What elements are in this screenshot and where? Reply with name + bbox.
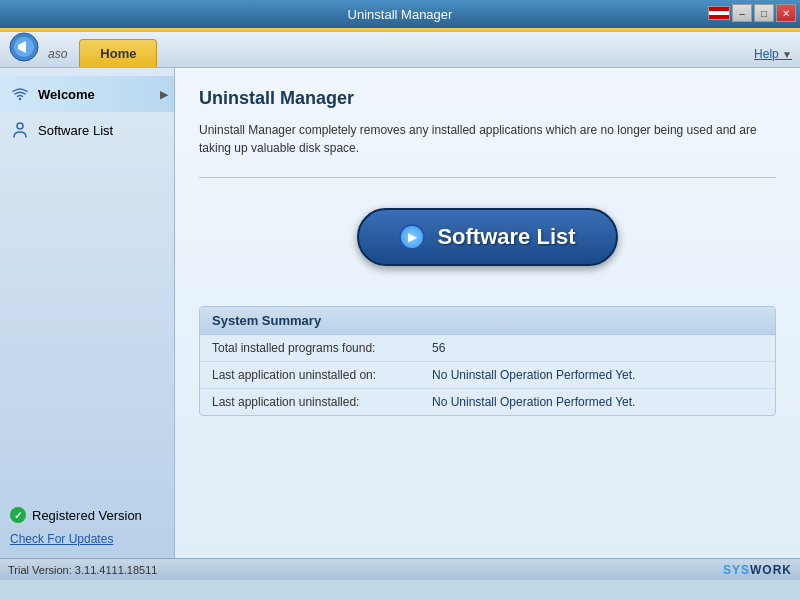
title-bar: Uninstall Manager – □ ✕ xyxy=(0,0,800,28)
summary-value-last-on: No Uninstall Operation Performed Yet. xyxy=(432,368,635,382)
sidebar-software-label: Software List xyxy=(38,123,113,138)
software-list-btn-wrapper: ▶ Software List xyxy=(199,208,776,266)
summary-value-total: 56 xyxy=(432,341,445,355)
svg-point-2 xyxy=(17,123,23,129)
system-summary-header: System Summary xyxy=(200,307,775,335)
close-button[interactable]: ✕ xyxy=(776,4,796,22)
software-list-button[interactable]: ▶ Software List xyxy=(357,208,617,266)
software-list-btn-text: Software List xyxy=(437,224,575,250)
main-layout: Welcome ▶ Software List ✓ Registered Ver… xyxy=(0,68,800,558)
summary-value-last-app: No Uninstall Operation Performed Yet. xyxy=(432,395,635,409)
sidebar: Welcome ▶ Software List ✓ Registered Ver… xyxy=(0,68,175,558)
sidebar-bottom: ✓ Registered Version Check For Updates xyxy=(0,495,174,558)
content-area: Uninstall Manager Uninstall Manager comp… xyxy=(175,68,800,558)
summary-label-last-on: Last application uninstalled on: xyxy=(212,368,432,382)
content-description: Uninstall Manager completely removes any… xyxy=(199,121,776,157)
summary-row-last-on: Last application uninstalled on: No Unin… xyxy=(200,362,775,389)
check-updates-link[interactable]: Check For Updates xyxy=(10,532,113,546)
window-controls: – □ ✕ xyxy=(708,4,796,22)
tab-bar: aso Home Help ▼ xyxy=(0,32,800,68)
app-logo xyxy=(8,31,40,63)
app-logo-icon xyxy=(8,31,40,63)
home-tab[interactable]: Home xyxy=(79,39,157,67)
username-label: aso xyxy=(44,47,79,67)
play-icon: ▶ xyxy=(399,224,425,250)
sidebar-item-welcome[interactable]: Welcome ▶ xyxy=(0,76,174,112)
sidebar-item-software-list[interactable]: Software List xyxy=(0,112,174,148)
syswork-logo: SYSWORK xyxy=(723,563,792,577)
summary-row-total: Total installed programs found: 56 xyxy=(200,335,775,362)
system-summary: System Summary Total installed programs … xyxy=(199,306,776,416)
maximize-button[interactable]: □ xyxy=(754,4,774,22)
minimize-button[interactable]: – xyxy=(732,4,752,22)
welcome-icon xyxy=(10,84,30,104)
software-list-icon xyxy=(10,120,30,140)
content-title: Uninstall Manager xyxy=(199,88,776,109)
registered-badge: ✓ Registered Version xyxy=(10,507,164,523)
help-button[interactable]: Help ▼ xyxy=(754,47,792,61)
summary-label-total: Total installed programs found: xyxy=(212,341,432,355)
check-icon: ✓ xyxy=(10,507,26,523)
content-divider xyxy=(199,177,776,178)
flag-icon xyxy=(708,6,730,20)
summary-label-last-app: Last application uninstalled: xyxy=(212,395,432,409)
bottom-bar: Trial Version: 3.11.4111.18511 SYSWORK xyxy=(0,558,800,580)
registered-label: Registered Version xyxy=(32,508,142,523)
sidebar-arrow-icon: ▶ xyxy=(160,89,168,100)
sidebar-welcome-label: Welcome xyxy=(38,87,95,102)
trial-version-label: Trial Version: 3.11.4111.18511 xyxy=(8,564,157,576)
summary-row-last-app: Last application uninstalled: No Uninsta… xyxy=(200,389,775,415)
app-title: Uninstall Manager xyxy=(348,7,453,22)
